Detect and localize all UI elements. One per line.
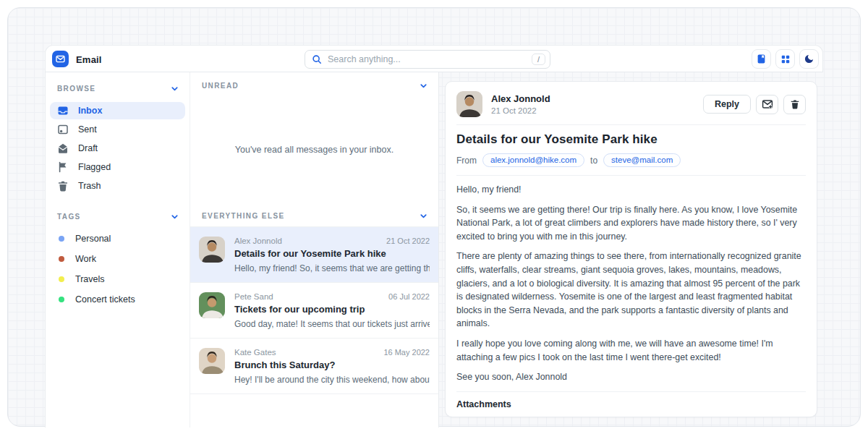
app-logo [52, 51, 69, 67]
sidebar-item-label: Flagged [78, 162, 111, 172]
sender-avatar [456, 91, 482, 117]
sidebar-item-inbox[interactable]: Inbox [50, 102, 185, 119]
tag-label: Work [75, 254, 96, 264]
email-item-preview: Hello, my friend! So, it seems that we a… [234, 263, 430, 273]
delete-email-button[interactable] [783, 95, 806, 114]
email-list-item[interactable]: Kate Gates16 May 2022Brunch this Saturda… [190, 339, 438, 394]
tag-item-personal[interactable]: Personal [50, 229, 185, 249]
search-icon [312, 54, 322, 64]
sidebar-item-label: Draft [78, 143, 98, 153]
attachment-image-1[interactable] [456, 417, 496, 417]
tags-list: PersonalWorkTravelsConcert tickets [46, 227, 190, 311]
dark-mode-button[interactable] [799, 49, 819, 69]
email-body-paragraph: So, it seems we are getting there! Our t… [456, 203, 806, 244]
tag-color-dot [59, 256, 64, 262]
email-item-subject: Brunch this Saturday? [234, 359, 430, 370]
sidebar-item-label: Sent [78, 124, 97, 135]
chevron-down-icon[interactable] [419, 211, 428, 221]
library-button[interactable] [752, 49, 771, 69]
email-body-paragraph: I really hope you love coming along with… [456, 337, 806, 364]
sidebar-item-trash[interactable]: Trash [50, 177, 185, 195]
reply-button[interactable]: Reply [703, 95, 751, 114]
message-list-column: UNREAD You've read all messages in your … [190, 72, 439, 427]
contact-avatar [199, 348, 225, 374]
contact-avatar [199, 292, 225, 318]
email-recipients-row: From alex.jonnold@hike.com to steve@mail… [456, 153, 806, 167]
envelope-logo-icon [55, 54, 66, 64]
email-item-sender: Pete Sand [234, 292, 273, 301]
trash-icon [57, 180, 69, 192]
tags-section-header[interactable]: TAGS [46, 197, 190, 227]
email-list-item[interactable]: Pete Sand06 Jul 2022Tickets for our upco… [190, 283, 438, 339]
tag-color-dot [59, 276, 64, 282]
chevron-down-icon[interactable] [170, 212, 179, 221]
inbox-icon [57, 105, 69, 116]
attachment-image-2[interactable] [505, 417, 545, 417]
header-actions [752, 49, 819, 69]
browse-list: InboxSentDraftFlaggedTrash [46, 99, 190, 197]
flag-icon [57, 161, 69, 173]
unread-section-label: UNREAD [202, 82, 239, 90]
search-input[interactable] [328, 54, 526, 64]
unread-empty-message: You've read all messages in your inbox. [235, 145, 393, 155]
divider [456, 391, 806, 392]
sender-name: Alex Jonnold [491, 93, 550, 104]
email-item-date: 06 Jul 2022 [388, 292, 430, 301]
tag-label: Personal [75, 234, 111, 244]
search-shortcut-key: / [532, 54, 545, 65]
chevron-down-icon[interactable] [419, 81, 428, 90]
app-title: Email [76, 54, 102, 65]
email-date: 21 Oct 2022 [491, 106, 550, 115]
browse-section-header[interactable]: BROWSE [46, 77, 190, 99]
sidebar-item-sent[interactable]: Sent [50, 121, 185, 138]
email-body-paragraph: See you soon, Alex Jonnold [456, 370, 806, 384]
everything-else-section-header[interactable]: EVERYTHING ELSE [190, 203, 438, 227]
email-detail-panel: Alex Jonnold 21 Oct 2022 Reply Details f… [445, 81, 817, 417]
attachment-file-card[interactable]: videos-hike.zip 100 MB [553, 417, 659, 417]
tag-color-dot [59, 236, 64, 242]
chevron-down-icon[interactable] [170, 84, 179, 93]
sidebar-item-draft[interactable]: Draft [50, 140, 185, 157]
draft-icon [57, 142, 69, 154]
sidebar-item-flagged[interactable]: Flagged [50, 158, 185, 176]
envelope-plus-icon [762, 98, 773, 110]
email-subject: Details for our Yosemite Park hike [456, 132, 806, 147]
apps-button[interactable] [775, 49, 795, 69]
tag-item-concert-tickets[interactable]: Concert tickets [50, 289, 185, 310]
browse-section-label: BROWSE [57, 85, 95, 93]
divider [456, 124, 806, 125]
email-item-subject: Tickets for our upcoming trip [234, 304, 430, 315]
to-email-chip[interactable]: steve@mail.com [603, 153, 681, 167]
email-item-subject: Details for our Yosemite Park hike [234, 248, 430, 259]
tag-label: Travels [75, 274, 105, 284]
tag-item-work[interactable]: Work [50, 249, 185, 269]
email-item-sender: Alex Jonnold [234, 237, 282, 245]
email-actions: Reply [703, 95, 806, 114]
email-item-date: 16 May 2022 [383, 348, 430, 357]
email-body-paragraph: There are plenty of amazing things to se… [456, 250, 806, 331]
attachments-row: videos-hike.zip 100 MB [456, 417, 806, 417]
tag-item-travels[interactable]: Travels [50, 269, 185, 289]
email-item-preview: Good day, mate! It seems that our ticket… [234, 319, 430, 329]
sidebar-item-label: Trash [78, 181, 101, 191]
forward-email-button[interactable] [756, 95, 778, 114]
book-icon [756, 54, 767, 64]
from-label: From [456, 156, 477, 166]
contact-avatar [199, 237, 225, 263]
unread-section-header[interactable]: UNREAD [190, 72, 438, 96]
moon-icon [804, 54, 814, 64]
attachments-label: Attachments [456, 399, 806, 409]
email-list-item[interactable]: Alex Jonnold21 Oct 2022Details for our Y… [190, 227, 438, 283]
sent-icon [57, 124, 69, 135]
divider [456, 175, 806, 176]
tag-label: Concert tickets [75, 294, 135, 305]
email-item-date: 21 Oct 2022 [386, 237, 430, 245]
sidebar: BROWSE InboxSentDraftFlaggedTrash TAGS P… [45, 72, 190, 427]
from-email-chip[interactable]: alex.jonnold@hike.com [482, 153, 584, 167]
everything-else-label: EVERYTHING ELSE [202, 212, 285, 220]
search-bar[interactable]: / [305, 50, 550, 69]
header-bar: Email / [45, 45, 823, 72]
unread-empty-state: You've read all messages in your inbox. [190, 96, 438, 203]
email-body-paragraph: Hello, my friend! [456, 183, 806, 197]
tag-color-dot [59, 297, 64, 302]
